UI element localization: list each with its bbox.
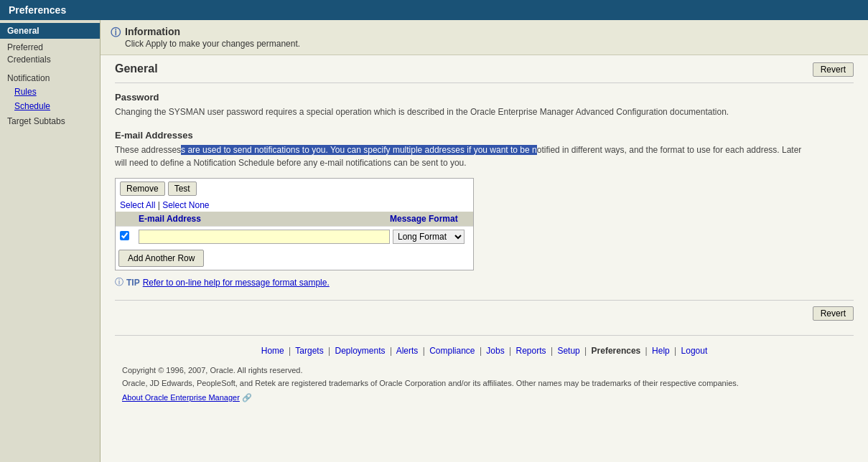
select-none-link[interactable]: Select None [162, 200, 209, 210]
email-description: These addressess are used to send notifi… [115, 143, 854, 169]
copyright-text: Copyright © 1996, 2007, Oracle. All righ… [115, 360, 854, 391]
email-format-cell: Long Format Short Format [390, 230, 469, 244]
sep9: | [645, 346, 648, 356]
sep8: | [584, 346, 587, 356]
password-description: Changing the SYSMAN user password requir… [115, 105, 854, 118]
section-title-general: General [115, 62, 158, 75]
email-row: Long Format Short Format [116, 226, 473, 247]
info-message: Click Apply to make your changes permane… [125, 39, 300, 49]
email-checkbox-input[interactable] [120, 231, 129, 240]
nav-compliance[interactable]: Compliance [429, 346, 475, 356]
about-link[interactable]: About Oracle Enterprise Manager [122, 393, 240, 402]
select-links-row: Select All | Select None [116, 199, 473, 212]
nav-targets[interactable]: Targets [295, 346, 323, 356]
sidebar-item-rules[interactable]: Rules [0, 85, 100, 99]
top-bar: Preferences [0, 0, 868, 20]
sep6: | [509, 346, 511, 356]
info-title: Information [125, 26, 300, 37]
password-section: Password Changing the SYSMAN user passwo… [115, 92, 854, 118]
nav-deployments[interactable]: Deployments [335, 346, 386, 356]
col-header-format: Message Format [390, 214, 469, 224]
content-area: General Revert Password Changing the SYS… [101, 55, 868, 417]
email-actions-row: Remove Test [116, 179, 473, 199]
nav-help[interactable]: Help [652, 346, 670, 356]
revert-top-button[interactable]: Revert [813, 62, 854, 77]
info-box: ⓘ Information Click Apply to make your c… [101, 20, 868, 55]
sep1: | [289, 346, 291, 356]
sidebar: General PreferredCredentials Notificatio… [0, 20, 101, 462]
about-icon: 🔗 [242, 393, 252, 402]
nav-logout[interactable]: Logout [681, 346, 708, 356]
add-row-button[interactable]: Add Another Row [118, 250, 204, 267]
email-section: E-mail Addresses These addressess are us… [115, 130, 854, 288]
info-icon: ⓘ [111, 27, 121, 39]
nav-alerts[interactable]: Alerts [396, 346, 419, 356]
email-table-header: E-mail Address Message Format [116, 212, 473, 226]
main-content: ⓘ Information Click Apply to make your c… [101, 20, 868, 462]
sep7: | [551, 346, 553, 356]
sidebar-item-target-subtabs[interactable]: Target Subtabs [0, 113, 100, 129]
email-row-checkbox[interactable] [120, 231, 139, 242]
nav-jobs[interactable]: Jobs [486, 346, 504, 356]
sep2: | [328, 346, 330, 356]
tip-row: ⓘ TIP Refer to on-line help for message … [115, 276, 854, 288]
sidebar-section-notification: Notification [0, 69, 100, 85]
footer-nav: Home | Targets | Deployments | Alerts | … [115, 335, 854, 360]
col-header-select [120, 214, 139, 224]
revert-bottom-button[interactable]: Revert [813, 306, 854, 321]
select-all-link[interactable]: Select All [120, 200, 155, 210]
tip-label: TIP [126, 278, 140, 288]
sep4: | [423, 346, 425, 356]
nav-setup[interactable]: Setup [557, 346, 579, 356]
test-button[interactable]: Test [168, 182, 197, 196]
remove-button[interactable]: Remove [120, 182, 165, 196]
password-title: Password [115, 92, 854, 103]
tip-link[interactable]: Refer to on-line help for message format… [143, 278, 330, 288]
email-address-input[interactable] [139, 230, 390, 244]
email-table: Remove Test Select All | Select None E-m… [115, 178, 474, 270]
email-title: E-mail Addresses [115, 130, 854, 141]
message-format-select[interactable]: Long Format Short Format [393, 230, 465, 244]
nav-home[interactable]: Home [261, 346, 284, 356]
sep3: | [390, 346, 392, 356]
sidebar-item-schedule[interactable]: Schedule [0, 99, 100, 113]
tip-icon: ⓘ [115, 276, 123, 288]
sidebar-item-general[interactable]: General [0, 23, 100, 39]
nav-reports[interactable]: Reports [516, 346, 546, 356]
sep5: | [480, 346, 482, 356]
col-header-email: E-mail Address [139, 214, 390, 224]
sidebar-item-preferred-credentials[interactable]: PreferredCredentials [0, 39, 100, 69]
highlighted-text: s are used to send notifications to you.… [181, 145, 537, 155]
app-title: Preferences [9, 4, 66, 16]
sep10: | [674, 346, 676, 356]
nav-preferences[interactable]: Preferences [592, 346, 641, 356]
